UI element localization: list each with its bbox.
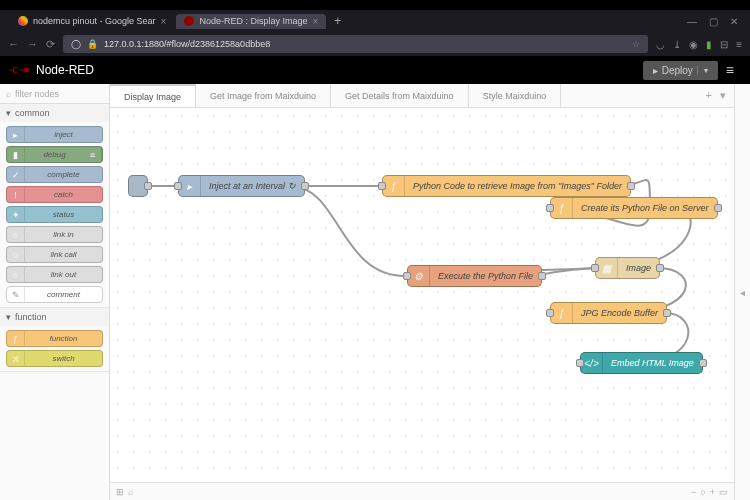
forward-icon[interactable]: → [27,38,38,50]
ws-tab-display-image[interactable]: Display Image [110,84,196,107]
svg-rect-0 [25,68,29,72]
tab-title: nodemcu pinout - Google Sear [33,16,156,26]
function-icon: ƒ [551,198,573,218]
menu-icon[interactable]: ≡ [736,39,742,50]
palette-node-linkout[interactable]: ○link out [6,266,103,283]
zoom-reset-icon[interactable]: ○ [700,487,705,497]
search-icon: ⌕ [6,89,11,99]
maximize-icon[interactable]: ▢ [709,16,718,27]
hamburger-icon[interactable]: ≡ [718,62,742,78]
chevron-down-icon: ▾ [6,108,11,118]
flow-node-html[interactable]: </> Embed HTML Image [580,352,703,374]
image-icon: ▦ [596,258,618,278]
app-logo: Node-RED [8,63,94,77]
url-text: 127.0.0.1:1880/#flow/d23861258a0dbbe8 [104,39,270,49]
function-icon: ƒ [383,176,405,196]
app-title: Node-RED [36,63,94,77]
footer-bar: ⊞ ⌕ − ○ + ▭ [110,482,734,500]
reload-icon[interactable]: ⟳ [46,38,55,51]
extension-icon[interactable]: ▮ [706,39,712,50]
palette-sidebar: ⌕ filter nodes ▾ common ▸inject ▮debug≡ … [0,84,110,500]
palette-category-common[interactable]: ▾ common [0,104,109,122]
close-window-icon[interactable]: ✕ [730,16,738,27]
download-icon[interactable]: ⤓ [673,39,681,50]
tab-title: Node-RED : Display Image [199,16,307,26]
close-icon[interactable]: × [161,16,167,27]
back-icon[interactable]: ← [8,38,19,50]
palette-node-catch[interactable]: !catch [6,186,103,203]
inject-icon: ▸ [179,176,201,196]
bookmark-icon[interactable]: ☆ [632,39,640,49]
new-tab-button[interactable]: + [328,14,347,28]
palette-node-inject[interactable]: ▸inject [6,126,103,143]
minimize-icon[interactable]: — [687,16,697,27]
flow-node-create[interactable]: ƒ Create its Python File on Server [550,197,718,219]
flow-node-trigger[interactable] [128,175,148,197]
flow-node-retrieve[interactable]: ƒ Python Code to retrieve Image from "Im… [382,175,631,197]
ws-tab-style[interactable]: Style Maixduino [469,84,562,107]
deploy-button[interactable]: ▸ Deploy ▾ [643,61,718,80]
search-icon[interactable]: ⌕ [128,487,133,497]
url-bar[interactable]: ◯ 🔒 127.0.0.1:1880/#flow/d23861258a0dbbe… [63,35,648,53]
zoom-out-icon[interactable]: − [691,487,696,497]
palette-node-linkin[interactable]: ○link in [6,226,103,243]
add-tab-icon[interactable]: + [706,89,712,102]
palette-node-complete[interactable]: ✓complete [6,166,103,183]
library-icon[interactable]: ⊟ [720,39,728,50]
ws-tab-get-image[interactable]: Get Image from Maixduino [196,84,331,107]
palette-node-status[interactable]: ✦status [6,206,103,223]
gear-icon: ⚙ [408,266,430,286]
function-icon: ƒ [551,303,573,323]
palette-node-debug[interactable]: ▮debug≡ [6,146,103,163]
nav-icon[interactable]: ⊞ [116,487,124,497]
palette-node-linkcall[interactable]: ○link call [6,246,103,263]
filter-placeholder: filter nodes [15,89,59,99]
flow-node-image[interactable]: ▦ Image [595,257,660,279]
tab-menu-icon[interactable]: ▾ [720,89,726,102]
flow-node-inject[interactable]: ▸ Inject at an Interval ↻ [178,175,305,197]
zoom-in-icon[interactable]: + [710,487,715,497]
browser-tab-1[interactable]: Node-RED : Display Image × [176,14,326,29]
close-icon[interactable]: × [312,16,318,27]
flow-node-execute[interactable]: ⚙ Execute the Python File [407,265,542,287]
deploy-label: Deploy [662,65,693,76]
shield-icon: ◯ [71,39,81,49]
lock-icon: 🔒 [87,39,98,49]
palette-node-comment[interactable]: ✎comment [6,286,103,303]
app-header: Node-RED ▸ Deploy ▾ ≡ [0,56,750,84]
minimap-icon[interactable]: ▭ [719,487,728,497]
browser-tab-0[interactable]: nodemcu pinout - Google Sear × [10,14,174,29]
palette-category-function[interactable]: ▾ function [0,308,109,326]
deploy-icon: ▸ [653,65,658,76]
chevron-down-icon: ▾ [6,312,11,322]
workspace-tabs: Display Image Get Image from Maixduino G… [110,84,734,108]
palette-node-switch[interactable]: ⤭switch [6,350,103,367]
flow-node-jpg[interactable]: ƒ JPG Encode Buffer [550,302,667,324]
ws-tab-get-details[interactable]: Get Details from Maixduino [331,84,469,107]
pocket-icon[interactable]: ◡ [656,39,665,50]
browser-tabs: nodemcu pinout - Google Sear × Node-RED … [0,10,750,32]
flow-canvas[interactable]: ▸ Inject at an Interval ↻ ƒ Python Code … [110,108,734,482]
sidebar-toggle[interactable]: ◂ [734,84,750,500]
palette-node-function[interactable]: ƒfunction [6,330,103,347]
account-icon[interactable]: ◉ [689,39,698,50]
code-icon: </> [581,353,603,373]
filter-input[interactable]: ⌕ filter nodes [0,84,109,104]
chevron-down-icon[interactable]: ▾ [697,66,708,75]
